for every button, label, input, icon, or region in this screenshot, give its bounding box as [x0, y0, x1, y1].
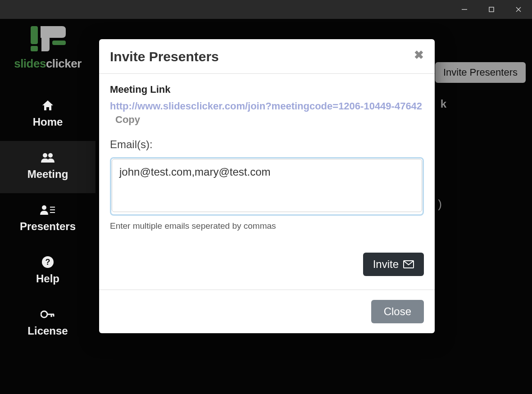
invite-button-label: Invite — [373, 258, 399, 271]
meeting-link-label: Meeting Link — [110, 84, 424, 95]
modal-header: Invite Presenters ✖ — [99, 39, 435, 74]
sidebar-item-label: Help — [0, 272, 95, 285]
sidebar-item-home[interactable]: Home — [0, 89, 95, 141]
window-titlebar — [0, 0, 532, 19]
modal-footer: Close — [99, 290, 435, 333]
sidebar-item-label: Home — [0, 116, 95, 128]
sidebar: slidesclicker Home Meeting Presenters ? — [0, 19, 95, 394]
background-paren: ) — [438, 197, 442, 211]
window-minimize-button[interactable] — [451, 0, 478, 19]
app-body: slidesclicker Home Meeting Presenters ? — [0, 19, 532, 394]
presenter-icon — [0, 203, 95, 217]
sidebar-item-presenters[interactable]: Presenters — [0, 193, 95, 245]
sidebar-item-help[interactable]: ? Help — [0, 245, 95, 298]
emails-hint: Enter multiple emails seperated by comma… — [110, 221, 424, 231]
minimize-icon — [461, 6, 468, 13]
close-button[interactable]: Close — [371, 300, 424, 323]
sidebar-item-label: Meeting — [0, 168, 95, 181]
maximize-icon — [488, 6, 495, 13]
svg-point-15 — [41, 311, 47, 317]
svg-point-7 — [43, 153, 47, 158]
svg-point-8 — [48, 153, 53, 158]
sidebar-item-label: Presenters — [0, 220, 95, 233]
meeting-link-row: http://www.slidesclicker.com/join?meetin… — [110, 98, 424, 126]
emails-label: Email(s): — [110, 138, 424, 151]
meeting-link[interactable]: http://www.slidesclicker.com/join?meetin… — [110, 100, 422, 112]
svg-point-9 — [42, 205, 46, 210]
modal-close-button[interactable]: ✖ — [414, 49, 424, 61]
modal-body: Meeting Link http://www.slidesclicker.co… — [99, 74, 435, 290]
logo-text: slidesclicker — [7, 57, 88, 71]
svg-text:?: ? — [45, 258, 50, 267]
envelope-icon — [403, 260, 414, 268]
logo-text-part1: slides — [14, 57, 46, 70]
invite-row: Invite — [110, 253, 424, 276]
emails-input-wrapper — [110, 157, 424, 216]
svg-rect-4 — [31, 26, 38, 44]
svg-rect-1 — [489, 7, 494, 12]
svg-rect-5 — [31, 46, 38, 51]
svg-rect-6 — [52, 41, 66, 45]
app-logo: slidesclicker — [7, 23, 88, 71]
sidebar-item-license[interactable]: License — [0, 298, 95, 350]
background-text-fragment: k — [441, 98, 446, 110]
window-close-button[interactable] — [505, 0, 532, 19]
help-icon: ? — [0, 255, 95, 269]
modal-title: Invite Presenters — [110, 49, 219, 64]
background-invite-button[interactable]: Invite Presenters — [435, 62, 526, 83]
key-icon — [0, 308, 95, 321]
copy-link-button[interactable]: Copy — [115, 114, 140, 125]
invite-button[interactable]: Invite — [363, 253, 424, 276]
close-icon — [515, 6, 522, 13]
emails-input[interactable] — [112, 159, 422, 212]
logo-mark-icon — [7, 23, 88, 54]
people-icon — [0, 151, 95, 164]
logo-text-part2: clicker — [46, 57, 82, 70]
home-icon — [0, 99, 95, 112]
invite-presenters-modal: Invite Presenters ✖ Meeting Link http://… — [99, 39, 435, 333]
window-maximize-button[interactable] — [478, 0, 505, 19]
sidebar-item-meeting[interactable]: Meeting — [0, 141, 95, 193]
sidebar-item-label: License — [0, 325, 95, 337]
